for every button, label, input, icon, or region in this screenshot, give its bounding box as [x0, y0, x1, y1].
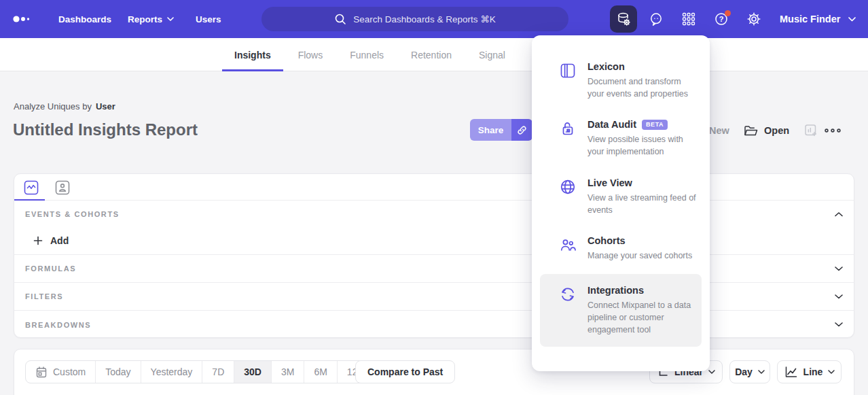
menu-item-title: Live View	[587, 177, 632, 188]
project-name: Music Finder	[780, 14, 840, 24]
share-button[interactable]: Share	[470, 119, 511, 141]
menu-item-integrations[interactable]: Integrations Connect Mixpanel to a data …	[540, 274, 702, 347]
segment-yesterday[interactable]: Yesterday	[141, 361, 203, 383]
nav-item-users[interactable]: Users	[196, 0, 221, 38]
events-cohorts-header: EVENTS & COHORTS	[25, 210, 120, 218]
tab-signal[interactable]: Signal	[467, 38, 518, 71]
compare-label: Compare to Past	[367, 366, 443, 377]
open-label: Open	[764, 125, 789, 136]
segment-label: Yesterday	[151, 366, 193, 377]
section-formulas[interactable]: FORMULAS	[14, 254, 854, 282]
menu-item-description: Connect Mixpanel to a data pipeline or c…	[587, 299, 693, 336]
menu-item-lexicon[interactable]: Lexicon Document and transform your even…	[532, 52, 710, 109]
database-gear-icon	[616, 12, 631, 27]
tab-events-view[interactable]	[22, 179, 40, 196]
menu-item-title: Cohorts	[587, 235, 626, 246]
share-group: Share	[470, 119, 532, 141]
analyze-uniques-by: Analyze Uniques byUser	[14, 101, 115, 111]
feedback-button[interactable]	[643, 5, 670, 33]
nav-item-label: Reports	[128, 14, 162, 24]
segment-6m[interactable]: 6M	[304, 361, 337, 383]
chevron-down-icon	[848, 17, 856, 22]
data-management-button[interactable]	[610, 5, 637, 33]
menu-item-description: View possible issues with your implement…	[587, 133, 699, 158]
compare-to-past-button[interactable]: Compare to Past	[355, 360, 455, 383]
chart-tab-icon	[24, 180, 39, 195]
analyze-value[interactable]: User	[96, 101, 115, 111]
segment-custom[interactable]: Custom	[26, 361, 96, 383]
tab-retention[interactable]: Retention	[399, 38, 464, 71]
chevron-down-icon	[835, 322, 843, 327]
segment-today[interactable]: Today	[96, 361, 141, 383]
link-icon	[516, 124, 528, 136]
segment-label: Today	[105, 366, 130, 377]
menu-item-description: View a live streaming feed of events	[587, 192, 699, 216]
add-label: Add	[50, 235, 69, 246]
tab-insights[interactable]: Insights	[222, 38, 283, 71]
segment-3m[interactable]: 3M	[272, 361, 304, 383]
section-filters[interactable]: FILTERS	[14, 282, 854, 310]
apps-grid-button[interactable]	[675, 5, 702, 33]
chevron-up-icon	[835, 212, 843, 217]
section-events-cohorts[interactable]: EVENTS & COHORTS	[14, 201, 854, 228]
menu-item-title: Data Audit	[587, 119, 636, 130]
nav-item-dashboards[interactable]: Dashboards	[58, 0, 111, 38]
chevron-down-icon	[758, 370, 765, 374]
search-icon	[334, 13, 346, 25]
chevron-down-icon	[167, 17, 174, 21]
help-button[interactable]: ?	[708, 5, 735, 33]
analyze-prefix: Analyze Uniques by	[14, 101, 92, 111]
segment-label: 7D	[212, 366, 224, 377]
new-report-button[interactable]: New	[709, 120, 729, 141]
interval-dropdown[interactable]: Day	[729, 360, 770, 383]
beta-badge: BETA	[642, 120, 668, 130]
project-selector[interactable]: Music Finder	[780, 0, 856, 38]
chat-bubble-icon	[649, 12, 664, 27]
section-breakdowns[interactable]: BREAKDOWNS	[14, 310, 854, 339]
date-range-control: Custom Today Yesterday 7D 30D 3M 6M 12M	[25, 360, 376, 383]
folder-icon	[743, 123, 758, 138]
new-label: New	[709, 125, 729, 136]
more-options-button[interactable]	[824, 120, 842, 141]
tab-label: Retention	[411, 50, 452, 61]
search-input[interactable]: Search Dashboards & Reports ⌘K	[261, 7, 568, 31]
chevron-down-icon	[828, 370, 835, 374]
segment-30d[interactable]: 30D	[234, 361, 272, 383]
report-tabbar: Insights Flows Funnels Retention Signal …	[0, 38, 868, 71]
person-tab-icon	[55, 180, 70, 195]
tab-label: Funnels	[350, 50, 384, 61]
menu-item-data-audit[interactable]: Data Audit BETA View possible issues wit…	[532, 109, 710, 167]
settings-button[interactable]	[740, 5, 767, 33]
app-screen: Dashboards Reports Users Search Dashboar…	[0, 0, 868, 395]
mixpanel-logo-icon[interactable]	[12, 14, 34, 24]
plus-icon	[33, 236, 43, 245]
calendar-icon	[35, 366, 48, 379]
add-to-dashboard-button[interactable]	[803, 120, 818, 141]
nav-item-label: Dashboards	[58, 14, 111, 24]
tab-label: Flows	[298, 50, 323, 61]
nav-item-reports[interactable]: Reports	[128, 0, 174, 38]
chart-type-dropdown[interactable]: Line	[777, 360, 842, 383]
segment-label: Custom	[53, 366, 86, 377]
menu-item-title: Lexicon	[587, 61, 625, 72]
open-report-button[interactable]: Open	[743, 120, 789, 141]
chevron-down-icon	[708, 370, 715, 374]
segment-7d[interactable]: 7D	[202, 361, 234, 383]
page-title[interactable]: Untitled Insights Report	[13, 120, 198, 139]
copy-link-button[interactable]	[511, 119, 532, 141]
menu-item-description: Document and transform your events and p…	[587, 75, 699, 100]
menu-item-cohorts[interactable]: Cohorts Manage your saved cohorts	[532, 226, 710, 271]
tab-flows[interactable]: Flows	[286, 38, 336, 71]
tab-label: Insights	[234, 50, 271, 61]
add-chart-icon	[803, 123, 818, 138]
add-event-button[interactable]: Add	[33, 231, 69, 250]
menu-item-description: Manage your saved cohorts	[587, 250, 692, 262]
tab-funnels[interactable]: Funnels	[338, 38, 396, 71]
search-placeholder: Search Dashboards & Reports ⌘K	[353, 14, 495, 24]
segment-label: 6M	[314, 366, 327, 377]
tab-profiles-view[interactable]	[54, 179, 71, 196]
nav-item-label: Users	[196, 14, 221, 24]
line-chart-icon	[784, 365, 798, 379]
menu-item-live-view[interactable]: Live View View a live streaming feed of …	[532, 168, 710, 226]
data-audit-lock-icon	[559, 120, 577, 137]
